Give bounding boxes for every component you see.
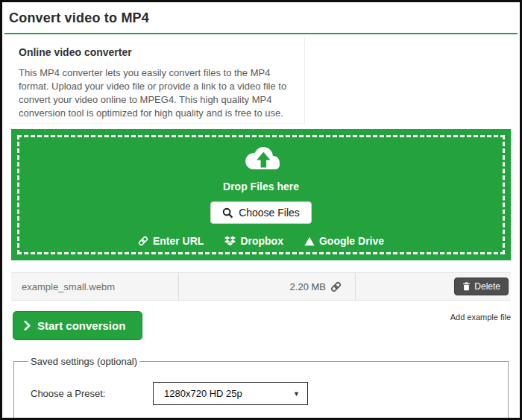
link-icon[interactable] (330, 281, 342, 292)
start-conversion-label: Start conversion (37, 319, 125, 332)
uploaded-file-row: example_small.webm 2.20 MB (11, 272, 511, 301)
intro-description: This MP4 converter lets you easily conve… (19, 66, 297, 120)
trash-icon (462, 282, 471, 291)
choose-files-button[interactable]: Choose Files (210, 201, 312, 224)
dropbox-icon (224, 236, 236, 246)
caret-down-icon: ▼ (293, 390, 300, 398)
preset-selected-value: 1280x720 HD 25p (164, 388, 242, 399)
google-drive-icon (304, 236, 315, 246)
dropbox-link[interactable]: Dropbox (224, 235, 283, 247)
file-size-cell: 2.20 MB (178, 273, 356, 300)
intro-box: Online video converter This MP4 converte… (11, 37, 305, 124)
enter-url-label: Enter URL (153, 235, 204, 247)
drop-files-label: Drop Files here (223, 181, 299, 192)
preset-select[interactable]: 1280x720 HD 25p ▼ (153, 382, 308, 405)
cloud-upload-icon (239, 142, 283, 174)
saved-settings-fieldset: Saved settings (optional) Choose a Prese… (13, 356, 509, 420)
enter-url-link[interactable]: Enter URL (138, 235, 204, 247)
dropzone[interactable]: Drop Files here Choose Files (11, 129, 511, 260)
intro-heading: Online video converter (19, 46, 297, 58)
dropzone-dashed-area[interactable]: Drop Files here Choose Files (17, 135, 505, 254)
google-drive-link[interactable]: Google Drive (304, 235, 384, 247)
delete-label: Delete (474, 281, 500, 292)
converter-page: Convert video to MP4 Online video conver… (0, 0, 522, 420)
start-conversion-button[interactable]: Start conversion (13, 311, 142, 340)
preset-label: Choose a Preset: (25, 388, 153, 399)
file-size: 2.20 MB (290, 281, 326, 292)
add-example-file-link[interactable]: Add example file (450, 313, 511, 322)
page-title: Convert video to MP4 (9, 10, 520, 26)
choose-files-label: Choose Files (239, 207, 300, 219)
file-name: example_small.webm (11, 273, 178, 300)
title-divider (4, 33, 518, 34)
chevron-right-icon (24, 320, 31, 331)
link-icon (138, 236, 148, 246)
dropbox-label: Dropbox (240, 235, 283, 247)
google-drive-label: Google Drive (319, 235, 384, 247)
delete-button[interactable]: Delete (454, 278, 509, 295)
saved-settings-legend: Saved settings (optional) (28, 356, 139, 367)
search-icon (222, 207, 233, 219)
